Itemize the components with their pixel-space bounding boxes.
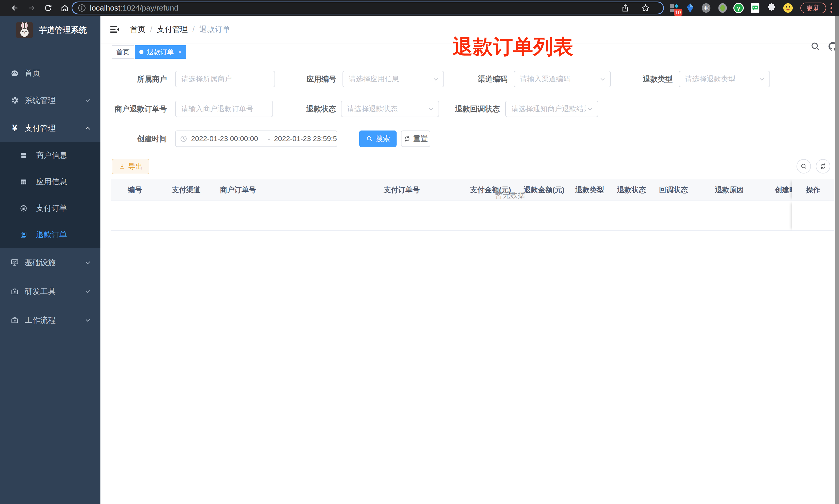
date-range-end[interactable]: 2022-01-23 23:59:59 <box>274 134 337 143</box>
sidebar-item-9[interactable]: 研发工具 <box>0 277 101 306</box>
svg-text:⌘: ⌘ <box>703 5 709 12</box>
breadcrumb: 首页/支付管理/退款订单 <box>130 16 230 43</box>
extension-kite-icon[interactable] <box>684 2 696 14</box>
page-annotation-title: 退款订单列表 <box>453 37 573 57</box>
table-empty-row <box>111 201 834 231</box>
sidebar: 芋道管理系统 首页系统管理¥支付管理商户信息应用信息支付订单退款订单基础设施研发… <box>0 16 101 504</box>
breadcrumb-item-1[interactable]: 首页 <box>130 24 145 35</box>
page-scrollbar[interactable] <box>835 16 839 504</box>
filter-label-4: 退款类型 <box>603 71 673 87</box>
sidebar-collapse-icon[interactable] <box>109 24 120 35</box>
browser-menu-icon[interactable] <box>830 3 833 13</box>
empty-data-text: 暂无数据 <box>495 190 525 200</box>
toolbox-icon <box>10 287 19 296</box>
sidebar-item-4[interactable]: 商户信息 <box>0 142 101 168</box>
filter-label-7: 退款回调状态 <box>423 101 500 117</box>
breadcrumb-separator: / <box>150 25 152 34</box>
table-header-row: 编号支付渠道商户订单号支付订单号支付金额(元)退款金额(元)退款类型退款状态回调… <box>111 179 834 201</box>
browser-home-icon[interactable] <box>59 2 71 14</box>
share-icon[interactable] <box>621 2 630 14</box>
breadcrumb-item-2[interactable]: 支付管理 <box>157 24 188 35</box>
search-button[interactable]: 搜索 <box>359 130 397 147</box>
site-info-icon[interactable] <box>77 4 86 12</box>
sidebar-item-6[interactable]: 支付订单 <box>0 195 101 222</box>
browser-forward-icon[interactable] <box>26 2 38 14</box>
empty-cell <box>612 201 651 231</box>
column-header-8: 退款状态 <box>612 179 651 200</box>
sidebar-item-7[interactable]: 退款订单 <box>0 222 101 248</box>
filter-label-6: 退款状态 <box>267 101 336 117</box>
breadcrumb-item-3: 退款订单 <box>199 24 230 35</box>
placeholder-text: 请选择应用信息 <box>349 74 399 84</box>
placeholder-text: 请选择所属商户 <box>181 74 232 84</box>
sidebar-item-3[interactable]: ¥支付管理 <box>0 114 101 142</box>
active-tab-dot <box>139 50 143 54</box>
empty-cell <box>213 201 342 231</box>
sidebar-item-label: 支付管理 <box>25 123 56 133</box>
extension-chat-icon[interactable] <box>749 2 761 14</box>
filter-input-1[interactable]: 请选择所属商户 <box>175 71 275 87</box>
filter-input-5[interactable]: 请输入商户退款订单号 <box>175 101 273 117</box>
column-header-4: 支付订单号 <box>342 179 461 200</box>
search-icon <box>366 135 373 142</box>
bookmark-star-icon[interactable] <box>641 2 650 14</box>
filter-label-1: 所属商户 <box>103 71 167 87</box>
url-text[interactable]: localhost:1024/pay/refund <box>90 4 178 12</box>
empty-cell <box>111 201 159 231</box>
extension-blue-diamond-icon[interactable]: 10 <box>668 2 680 14</box>
filter-label-3: 渠道编码 <box>428 71 507 87</box>
app-navbar: 首页/支付管理/退款订单 tT 退款订单列表 <box>101 16 839 43</box>
sidebar-item-8[interactable]: 基础设施 <box>0 248 101 277</box>
header-search-icon[interactable] <box>809 40 821 53</box>
extension-y-circle-icon[interactable]: y <box>733 2 744 14</box>
browser-reload-icon[interactable] <box>42 2 54 14</box>
address-bar[interactable]: localhost:1024/pay/refund <box>72 2 664 14</box>
browser-update-button[interactable]: 更新 <box>800 3 826 13</box>
placeholder-text: 请输入渠道编码 <box>520 74 570 84</box>
tab-label: 退款订单 <box>147 48 174 57</box>
reset-button[interactable]: 重置 <box>401 130 430 147</box>
grid-icon <box>20 178 28 186</box>
tab-2[interactable]: 退款订单× <box>135 45 186 59</box>
sidebar-item-2[interactable]: 系统管理 <box>0 87 101 114</box>
gear-icon <box>10 96 19 105</box>
empty-cell <box>461 201 520 231</box>
tab-close-icon[interactable]: × <box>178 49 181 55</box>
refresh-list-button[interactable] <box>816 159 830 174</box>
filter-select-3[interactable]: 请输入渠道编码 <box>514 71 611 87</box>
tab-1[interactable]: 首页 <box>112 45 134 59</box>
date-range-start[interactable]: 2022-01-23 00:00:00 <box>191 134 264 143</box>
extension-emoji-icon[interactable] <box>782 2 794 14</box>
sidebar-item-label: 基础设施 <box>25 257 56 268</box>
browser-toolbar: localhost:1024/pay/refund 10 ⌘ y 更新 <box>0 0 839 16</box>
extensions-puzzle-icon[interactable] <box>766 2 777 14</box>
placeholder-text: 请选择退款状态 <box>347 104 398 114</box>
chevron-down-icon <box>84 316 92 324</box>
sidebar-item-label: 应用信息 <box>36 177 67 187</box>
chevron-down-icon <box>586 105 593 112</box>
column-header-6: 退款金额(元) <box>520 179 568 200</box>
empty-cell <box>792 201 834 231</box>
column-header-12: 操作 <box>792 179 834 200</box>
clock-icon <box>180 135 188 143</box>
extension-command-icon[interactable]: ⌘ <box>700 2 712 14</box>
extension-green-dot-icon[interactable] <box>717 2 728 14</box>
filter-select-4[interactable]: 请选择退款类型 <box>679 71 770 87</box>
breadcrumb-separator: / <box>192 25 194 34</box>
chevron-down-icon <box>84 288 92 295</box>
sidebar-item-label: 系统管理 <box>25 95 56 106</box>
toggle-search-button[interactable] <box>797 159 811 174</box>
sidebar-item-5[interactable]: 应用信息 <box>0 168 101 195</box>
sidebar-item-10[interactable]: 工作流程 <box>0 306 101 335</box>
column-header-1: 编号 <box>111 179 159 200</box>
yen-icon: ¥ <box>10 124 19 132</box>
placeholder-text: 请选择退款类型 <box>685 74 735 84</box>
column-header-7: 退款类型 <box>568 179 612 200</box>
browser-back-icon[interactable] <box>9 2 21 14</box>
filter-select-7[interactable]: 请选择通知商户退款结果的 <box>505 101 598 117</box>
app-title: 芋道管理系统 <box>39 25 87 36</box>
create-time-range-picker[interactable]: 2022-01-23 00:00:00 - 2022-01-23 23:59:5… <box>175 130 337 147</box>
app-logo-row[interactable]: 芋道管理系统 <box>0 16 101 44</box>
export-button[interactable]: 导出 <box>112 159 149 174</box>
sidebar-item-1[interactable]: 首页 <box>0 60 101 87</box>
